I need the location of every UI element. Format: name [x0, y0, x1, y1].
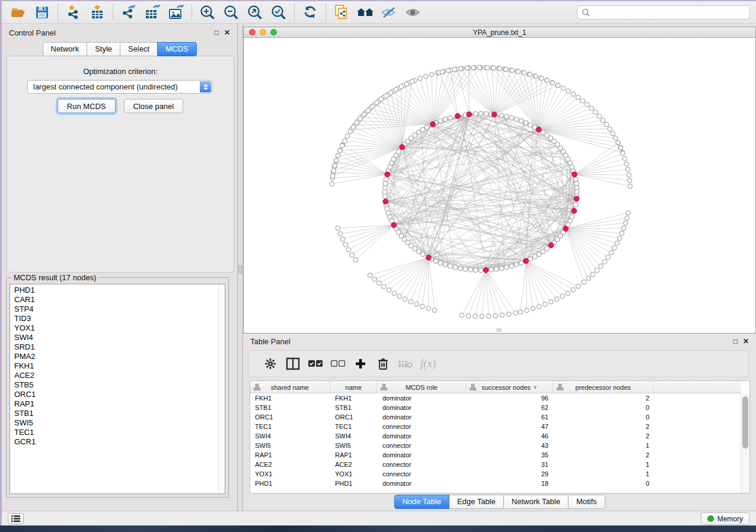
cell-shared-name[interactable]: STB1 [250, 403, 330, 412]
network-canvas[interactable] [244, 38, 755, 333]
delete-columns-icon[interactable] [372, 355, 394, 373]
export-table-icon[interactable] [141, 3, 164, 22]
refresh-view-icon[interactable] [298, 3, 322, 22]
new-network-from-selection-icon[interactable] [330, 3, 353, 22]
mcds-result-item[interactable]: PHD1 [10, 286, 218, 295]
cell-successor-nodes[interactable]: 29 [467, 469, 554, 479]
table-row[interactable]: TEC1TEC1connector472 [250, 422, 741, 431]
cell-MCDS-role[interactable]: connector [378, 460, 467, 469]
cell-shared-name[interactable]: ACE2 [250, 460, 330, 469]
first-neighbors-icon[interactable] [353, 3, 377, 22]
cell-MCDS-role[interactable]: connector [378, 441, 467, 450]
save-session-icon[interactable] [30, 3, 54, 22]
cell-successor-nodes[interactable]: 96 [467, 393, 554, 403]
cell-predecessor-nodes[interactable]: 0 [554, 479, 655, 488]
table-mode-gear-icon[interactable] [259, 355, 282, 373]
cell-predecessor-nodes[interactable]: 0 [554, 412, 655, 422]
table-scrollbar[interactable] [741, 393, 749, 493]
optimization-criterion-select[interactable]: largest connected component (undirected) [27, 80, 212, 94]
cell-shared-name[interactable]: PHD1 [250, 479, 330, 488]
cell-successor-nodes[interactable]: 46 [467, 431, 554, 441]
cell-MCDS-role[interactable]: dominator [378, 393, 467, 403]
mcds-result-item[interactable]: RAP1 [10, 399, 218, 409]
cell-shared-name[interactable]: YOX1 [250, 469, 330, 479]
cell-name[interactable]: SWI5 [330, 441, 378, 450]
cell-predecessor-nodes[interactable]: 0 [554, 403, 655, 412]
column-header-predecessor-nodes[interactable]: predecessor nodes [553, 381, 654, 393]
table-row[interactable]: ACE2ACE2connector311 [250, 460, 741, 469]
show-all-icon[interactable] [401, 3, 425, 22]
close-panel-button[interactable]: Close panel [124, 99, 184, 113]
table-row[interactable]: PHD1PHD1dominator180 [250, 479, 741, 488]
cell-MCDS-role[interactable]: dominator [378, 479, 467, 488]
mcds-result-item[interactable]: SWI4 [10, 333, 218, 342]
cell-MCDS-role[interactable]: dominator [378, 431, 467, 441]
memory-button[interactable]: Memory [701, 512, 749, 525]
cell-name[interactable]: ACE2 [330, 460, 378, 469]
table-row[interactable]: RAP1RAP1dominator352 [250, 450, 741, 460]
cell-name[interactable]: TEC1 [330, 422, 378, 431]
mcds-result-item[interactable]: CAR1 [10, 295, 218, 305]
import-network-icon[interactable] [62, 3, 85, 22]
open-file-icon[interactable] [7, 3, 30, 22]
export-image-icon[interactable] [164, 3, 188, 22]
close-panel-icon[interactable]: ✕ [743, 338, 749, 345]
cell-successor-nodes[interactable]: 18 [467, 479, 554, 488]
cell-predecessor-nodes[interactable]: 1 [554, 441, 655, 450]
table-row[interactable]: SWI5SWI5connector431 [250, 441, 741, 450]
float-panel-icon[interactable]: □ [733, 338, 738, 345]
mcds-result-item[interactable]: GCR1 [10, 437, 218, 447]
cell-successor-nodes[interactable]: 31 [467, 460, 554, 469]
task-history-button[interactable] [8, 513, 24, 524]
table-row[interactable]: FKH1FKH1dominator962 [250, 393, 741, 403]
run-mcds-button[interactable]: Run MCDS [58, 99, 116, 113]
tab-network[interactable]: Network [42, 42, 87, 56]
add-column-icon[interactable] [349, 355, 372, 373]
tab-mcds[interactable]: MCDS [157, 42, 196, 56]
float-panel-icon[interactable]: □ [215, 29, 219, 36]
zoom-in-icon[interactable] [196, 3, 219, 22]
cell-successor-nodes[interactable]: 61 [467, 412, 554, 422]
cell-shared-name[interactable]: SWI5 [250, 441, 330, 450]
column-header-name[interactable]: name [330, 381, 378, 393]
cell-shared-name[interactable]: TEC1 [250, 422, 330, 431]
mcds-result-item[interactable]: PMA2 [10, 352, 218, 361]
cell-shared-name[interactable]: RAP1 [250, 450, 330, 460]
cell-successor-nodes[interactable]: 43 [467, 441, 554, 450]
mcds-result-item[interactable]: ORC1 [10, 390, 218, 399]
cell-predecessor-nodes[interactable]: 1 [554, 469, 655, 479]
search-input[interactable] [593, 7, 749, 18]
mcds-result-item[interactable]: STB1 [10, 409, 218, 418]
cell-shared-name[interactable]: SWI4 [250, 431, 330, 441]
cell-name[interactable]: STB1 [330, 403, 378, 412]
cell-name[interactable]: SWI4 [330, 431, 378, 441]
tab-select[interactable]: Select [120, 42, 158, 56]
close-panel-icon[interactable]: ✕ [224, 29, 230, 36]
cell-name[interactable]: ORC1 [330, 412, 378, 422]
cell-name[interactable]: PHD1 [330, 479, 378, 488]
cell-MCDS-role[interactable]: dominator [378, 412, 467, 422]
table-row[interactable]: YOX1YOX1connector291 [250, 469, 741, 479]
hide-selected-icon[interactable] [377, 3, 401, 22]
mcds-list-scrollbar[interactable] [218, 284, 225, 493]
tab-style[interactable]: Style [87, 42, 120, 56]
split-panel-icon[interactable] [282, 355, 304, 373]
table-row[interactable]: STB1STB1dominator620 [250, 403, 741, 412]
export-network-icon[interactable] [117, 3, 141, 22]
tab-edge-table[interactable]: Edge Table [449, 495, 504, 509]
mcds-result-item[interactable]: TID3 [10, 314, 218, 323]
mcds-result-item[interactable]: SWI5 [10, 418, 218, 428]
cell-shared-name[interactable]: FKH1 [250, 393, 330, 403]
tab-network-table[interactable]: Network Table [503, 495, 569, 509]
mcds-result-item[interactable]: YOX1 [10, 323, 218, 333]
cell-predecessor-nodes[interactable]: 2 [554, 431, 655, 441]
mcds-result-item[interactable]: STP4 [10, 305, 218, 314]
mcds-result-item[interactable]: SRD1 [10, 342, 218, 352]
cell-predecessor-nodes[interactable]: 2 [554, 450, 655, 460]
select-all-icon[interactable] [304, 355, 327, 373]
table-scrollbar-thumb[interactable] [742, 396, 748, 448]
zoom-fit-icon[interactable] [243, 3, 267, 22]
cell-MCDS-role[interactable]: dominator [378, 403, 467, 412]
cell-predecessor-nodes[interactable]: 2 [554, 422, 655, 431]
cell-successor-nodes[interactable]: 35 [467, 450, 554, 460]
